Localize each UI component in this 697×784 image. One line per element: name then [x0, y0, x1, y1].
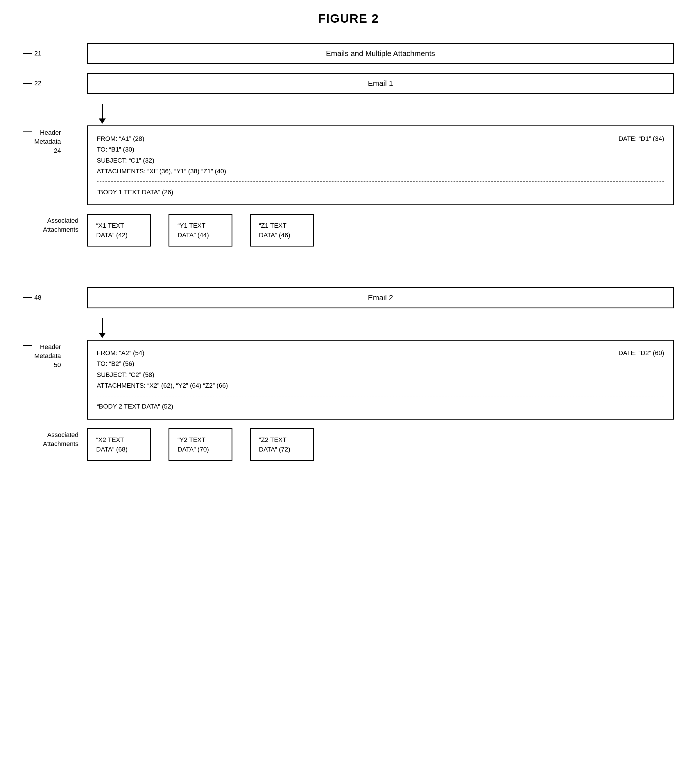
- attachment2-box3: “Z2 TEXT DATA” (72): [250, 428, 314, 461]
- email2-row: 48 Email 2: [23, 287, 674, 308]
- header1-box-area: FROM: “A1” (28) TO: “B1” (30) SUBJECT: “…: [87, 125, 674, 205]
- header2-to: TO: “B2” (56): [97, 358, 619, 369]
- top-box-row: 21 Emails and Multiple Attachments: [23, 43, 674, 64]
- header1-label-l1: Header: [40, 129, 61, 136]
- attachment1-box2: “Y1 TEXT DATA” (44): [168, 214, 233, 247]
- header1-label-l3: 24: [54, 147, 61, 154]
- horiz-line-22: [23, 83, 32, 84]
- attachment2-box3-text: “Z2 TEXT DATA” (72): [259, 436, 290, 453]
- horiz-line-50: [23, 345, 32, 346]
- arrow-email1: [87, 104, 106, 124]
- attachment2-box2: “Y2 TEXT DATA” (70): [168, 428, 233, 461]
- attachments2-label-l1: Associated: [47, 431, 78, 438]
- email1-ref-num: 22: [34, 79, 41, 88]
- header2-row: Header Metadata 50 FROM: “A2” (54) TO: “…: [23, 340, 674, 420]
- attachments1-label-l1: Associated: [47, 217, 78, 224]
- header1-from: FROM: “A1” (28): [97, 133, 619, 144]
- horiz-line-21: [23, 53, 32, 54]
- email1-row: 22 Email 1: [23, 73, 674, 94]
- header2-meta-left: FROM: “A2” (54) TO: “B2” (56) SUBJECT: “…: [97, 348, 619, 391]
- arrow-line-2: [102, 318, 103, 333]
- top-ref-num: 21: [34, 49, 41, 58]
- horiz-line-48: [23, 297, 32, 298]
- header2-meta-box: FROM: “A2” (54) TO: “B2” (56) SUBJECT: “…: [87, 340, 674, 420]
- attachment2-box1: “X2 TEXT DATA” (68): [87, 428, 151, 461]
- header2-box-area: FROM: “A2” (54) TO: “B2” (56) SUBJECT: “…: [87, 340, 674, 420]
- attachment1-box1: “X1 TEXT DATA” (42): [87, 214, 151, 247]
- arrow-head-2: [99, 333, 106, 338]
- attachment2-box1-text: “X2 TEXT DATA” (68): [96, 436, 127, 453]
- arrow-email2: [87, 318, 106, 338]
- header1-label-area: Header Metadata 24: [23, 125, 87, 155]
- attachments2-label-l2: Attachments: [43, 440, 78, 448]
- header1-row: Header Metadata 24 FROM: “A1” (28) TO: “…: [23, 125, 674, 205]
- attachment1-box1-text: “X1 TEXT DATA” (42): [96, 222, 127, 239]
- figure-title: FIGURE 2: [23, 12, 674, 26]
- email2-ref-num: 48: [34, 293, 41, 302]
- header1-body: “BODY 1 TEXT DATA” (26): [97, 187, 664, 198]
- email1-box-area: Email 1: [87, 73, 674, 94]
- attachments2-boxes: “X2 TEXT DATA” (68) “Y2 TEXT DATA” (70) …: [87, 428, 674, 461]
- header2-from: FROM: “A2” (54): [97, 348, 619, 358]
- attachment2-box2-text: “Y2 TEXT DATA” (70): [178, 436, 209, 453]
- header1-meta-top: FROM: “A1” (28) TO: “B1” (30) SUBJECT: “…: [97, 133, 664, 177]
- header1-date: DATE: “D1” (34): [619, 133, 664, 144]
- header1-attachments: ATTACHMENTS: “XI” (36), “Y1” (38) “Z1” (…: [97, 166, 619, 176]
- header2-meta-right: DATE: “D2” (60): [619, 348, 664, 358]
- header2-label-l3: 50: [54, 361, 61, 369]
- meta-divider-2: [97, 396, 664, 396]
- header1-label-l2: Metadata: [34, 138, 61, 145]
- arrow-down-email1: [99, 104, 106, 124]
- attachment1-box3: “Z1 TEXT DATA” (46): [250, 214, 314, 247]
- header2-label-l1: Header: [40, 343, 61, 351]
- header2-label-l2: Metadata: [34, 352, 61, 359]
- header1-meta-right: DATE: “D1” (34): [619, 133, 664, 144]
- attachments2-section: Associated Attachments “X2 TEXT DATA” (6…: [23, 428, 674, 461]
- attachment1-box3-text: “Z1 TEXT DATA” (46): [259, 222, 290, 239]
- header2-attachments: ATTACHMENTS: “X2” (62), “Y2” (64) “Z2” (…: [97, 380, 619, 391]
- attachments1-label: Associated Attachments: [23, 214, 87, 234]
- diagram: 21 Emails and Multiple Attachments 22 Em…: [23, 43, 674, 484]
- attachments2-label: Associated Attachments: [23, 428, 87, 449]
- header1-subject: SUBJECT: “C1” (32): [97, 155, 619, 166]
- header2-label-text: Header Metadata 50: [34, 343, 61, 369]
- top-box-area: Emails and Multiple Attachments: [87, 43, 674, 64]
- header2-subject: SUBJECT: “C2” (58): [97, 369, 619, 380]
- header1-to: TO: “B1” (30): [97, 144, 619, 155]
- attachments1-label-l2: Attachments: [43, 226, 78, 233]
- email1-ref-label: 22: [23, 79, 87, 88]
- header2-date: DATE: “D2” (60): [619, 348, 664, 358]
- header1-meta-left: FROM: “A1” (28) TO: “B1” (30) SUBJECT: “…: [97, 133, 619, 177]
- email2-box-area: Email 2: [87, 287, 674, 308]
- header1-meta-box: FROM: “A1” (28) TO: “B1” (30) SUBJECT: “…: [87, 125, 674, 205]
- top-box: Emails and Multiple Attachments: [87, 43, 674, 64]
- header2-label-area: Header Metadata 50: [23, 340, 87, 369]
- horiz-line-24: [23, 131, 32, 132]
- email2-box: Email 2: [87, 287, 674, 308]
- header1-label-text: Header Metadata 24: [34, 128, 61, 155]
- header2-body: “BODY 2 TEXT DATA” (52): [97, 401, 664, 412]
- arrow-head-1: [99, 119, 106, 124]
- attachments1-section: Associated Attachments “X1 TEXT DATA” (4…: [23, 214, 674, 247]
- header2-meta-top: FROM: “A2” (54) TO: “B2” (56) SUBJECT: “…: [97, 348, 664, 391]
- meta-divider-1: [97, 181, 664, 182]
- top-ref-label: 21: [23, 49, 87, 58]
- email2-ref-label: 48: [23, 293, 87, 302]
- arrow-line-1: [102, 104, 103, 119]
- attachments1-boxes: “X1 TEXT DATA” (42) “Y1 TEXT DATA” (44) …: [87, 214, 674, 247]
- attachment1-box2-text: “Y1 TEXT DATA” (44): [178, 222, 209, 239]
- email1-box: Email 1: [87, 73, 674, 94]
- arrow-down-email2: [99, 318, 106, 338]
